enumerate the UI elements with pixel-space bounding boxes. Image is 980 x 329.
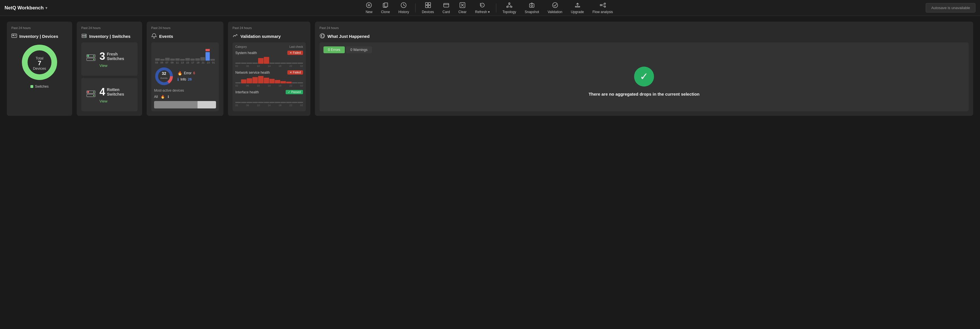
fresh-label: Fresh Switches (107, 52, 133, 61)
clone-icon (382, 2, 388, 9)
rotten-switch-icon: ! (86, 89, 96, 101)
svg-point-45 (93, 56, 94, 57)
card-inventory-devices: Past 24 hours Inventory | Devices Total … (7, 22, 72, 116)
rotten-label: Rotten Switches (107, 87, 133, 96)
svg-line-28 (601, 4, 604, 5)
wjh-message: There are no aggregated drops in the cur… (589, 91, 700, 97)
nav-refresh[interactable]: Refresh ▾ (471, 0, 494, 16)
svg-point-23 (552, 3, 558, 8)
error-flame-icon: 🔥 (177, 71, 182, 75)
val-network-label: Network service health (235, 70, 270, 75)
svg-rect-7 (428, 3, 431, 5)
fresh-switches-view-link[interactable]: View (99, 64, 133, 68)
events-legend: 🔥 Error 6 ℹ Info 26 (177, 71, 195, 82)
nav-validation[interactable]: Validation (544, 0, 566, 16)
svg-point-63 (321, 35, 322, 37)
rotten-switches-view-link[interactable]: View (99, 99, 133, 103)
svg-rect-8 (425, 5, 428, 8)
filter-progress-bar (154, 101, 216, 109)
devices-title: Inventory | Devices (11, 33, 68, 40)
failed-x-icon: ✕ (290, 51, 292, 54)
val-network-times: 02061014182202 (235, 84, 303, 87)
val-network-status: ✕ Failed (287, 70, 303, 75)
nav-history-label: History (398, 10, 409, 14)
svg-point-26 (604, 3, 605, 4)
svg-rect-30 (12, 34, 17, 38)
flow-analysis-icon (600, 2, 606, 9)
refresh-icon (479, 2, 485, 9)
svg-line-19 (509, 4, 511, 6)
most-active-label: Most-active devices (154, 88, 216, 93)
filter-info-icon[interactable]: ℹ (168, 95, 169, 99)
wjh-tab-warnings[interactable]: 0 Warnings (346, 46, 372, 53)
val-system-times: 02061014182202 (235, 65, 303, 67)
devices-icon (11, 33, 17, 40)
val-interface-chart (235, 95, 303, 103)
validation-icon (552, 2, 558, 9)
fresh-switch-icon: ✓ (86, 53, 96, 65)
donut-legend: Switches (30, 85, 49, 88)
val-system-label: System health (235, 51, 257, 55)
events-filter-row[interactable]: All 🔥 ℹ (154, 95, 216, 99)
autosave-button: Autosave is unavailable (926, 3, 975, 13)
nav-snapshot[interactable]: Snapshot (521, 0, 543, 16)
history-icon (401, 2, 407, 9)
filter-error-icon[interactable]: 🔥 (161, 95, 165, 99)
card-icon (443, 2, 449, 9)
val-col-category: Category (235, 45, 247, 48)
validation-past-label: Past 24 hours (232, 26, 306, 30)
val-system-chart (235, 56, 303, 64)
svg-point-41 (85, 35, 86, 35)
svg-line-29 (601, 5, 604, 6)
nav-clone-label: Clone (381, 10, 390, 14)
nav-devices[interactable]: Devices (418, 0, 438, 16)
legend-label-switches: Switches (35, 85, 49, 88)
svg-text:!: ! (88, 91, 88, 93)
filter-all[interactable]: All (154, 95, 158, 99)
clear-icon (459, 2, 466, 9)
wjh-tab-errors[interactable]: 0 Errors (323, 46, 345, 53)
info-legend-item: ℹ Info 26 (177, 77, 195, 82)
svg-text:Events: Events (161, 77, 167, 80)
val-row-network-header: Network service health ✕ Failed (235, 70, 303, 75)
svg-point-27 (604, 6, 605, 7)
error-count: 6 (193, 71, 195, 75)
validation-inner: Category Last check System health ✕ Fail… (232, 42, 306, 111)
nav-clear-label: Clear (458, 10, 467, 14)
switches-hicon (81, 33, 87, 40)
nav-upgrade[interactable]: Upgrade (567, 0, 588, 16)
card-events: Past 24 hours Events (147, 22, 223, 116)
time-labels: 0305070911 13151719212301 (155, 61, 215, 64)
nav-flow-analysis[interactable]: Flow analysis (589, 0, 617, 16)
nav-upgrade-label: Upgrade (571, 10, 584, 14)
val-interface-status: ✓ Passed (286, 90, 303, 94)
rotten-switches-section: ! 4 Rotten Switches View (81, 78, 138, 111)
nav-card-label: Card (442, 10, 450, 14)
nav-refresh-label: Refresh ▾ (475, 10, 490, 14)
svg-text:7: 7 (38, 59, 41, 67)
nav-card[interactable]: Card (439, 0, 454, 16)
wjh-title: What Just Happened (320, 33, 969, 40)
events-donut: 32 Events (154, 66, 174, 86)
nav-history[interactable]: History (395, 0, 413, 16)
nav-validation-label: Validation (548, 10, 563, 14)
card-what-just-happened: Past 24 hours What Just Happened 0 Error… (315, 22, 973, 116)
svg-point-51 (93, 91, 94, 93)
rotten-count: 4 (99, 86, 105, 98)
svg-point-22 (531, 5, 533, 6)
nav-topology[interactable]: Topology (498, 0, 520, 16)
nav-new[interactable]: New (361, 0, 376, 16)
validation-hicon (232, 33, 238, 40)
app-logo[interactable]: NetQ Workbench ▾ (5, 5, 47, 11)
wjh-hicon (320, 33, 325, 40)
wjh-content: ✓ There are no aggregated drops in the c… (323, 57, 965, 107)
events-hicon (151, 33, 157, 40)
events-past-label: Past 24 hours (151, 26, 219, 30)
nav-group: New Clone History Devices Card (54, 0, 925, 16)
nav-clone[interactable]: Clone (377, 0, 394, 16)
nav-flow-analysis-label: Flow analysis (593, 10, 613, 14)
svg-text:Devices: Devices (33, 66, 46, 70)
nav-clear[interactable]: Clear (455, 0, 471, 16)
nav-new-label: New (366, 10, 372, 14)
svg-text:32: 32 (162, 71, 166, 76)
